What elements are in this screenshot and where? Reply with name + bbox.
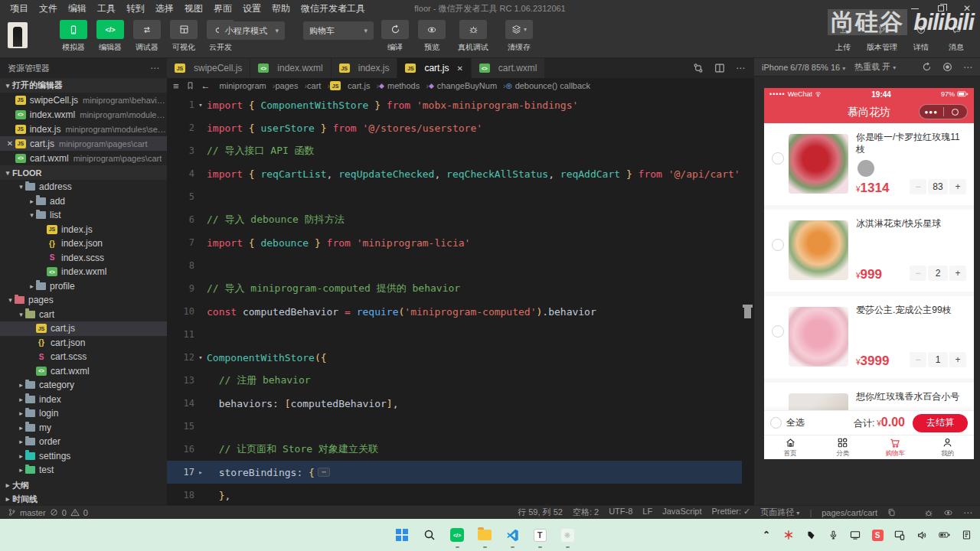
page-select[interactable]: 购物车 ▾ xyxy=(303,21,374,40)
taskbar-app[interactable]: ❋ xyxy=(557,523,577,546)
fold-icon[interactable]: ▾ xyxy=(194,354,207,361)
status-空格: 2[interactable]: 空格: 2 xyxy=(573,507,599,518)
open-editor-index.js[interactable]: ✕JSindex.jsminiprogram\modules\sett... xyxy=(0,122,167,136)
open-editor-cart.wxml[interactable]: ✕<>cart.wxmlminiprogram\pages\cart xyxy=(0,151,167,165)
menu-item-微信开发者工具[interactable]: 微信开发者工具 xyxy=(296,0,371,17)
tray-shape[interactable] xyxy=(803,527,818,543)
page-path-value[interactable]: pages/cart/cart xyxy=(822,508,877,517)
status-JavaScript[interactable]: JavaScript xyxy=(662,507,701,518)
toolbar-button-预览[interactable]: 预览 xyxy=(416,20,447,53)
taskbar-search[interactable] xyxy=(420,523,439,546)
refresh-icon[interactable] xyxy=(922,62,932,72)
tree-item-add[interactable]: ▸add xyxy=(0,194,167,209)
breadcrumb-changeBuyNum[interactable]: ◆changeBuyNum› xyxy=(429,81,506,90)
open-editor-cart.js[interactable]: ✕JScart.jsminiprogram\pages\cart xyxy=(0,136,167,151)
tree-item-list[interactable]: ▾list xyxy=(0,208,167,223)
tree-item-index[interactable]: ▸index xyxy=(0,393,167,407)
record-icon[interactable] xyxy=(942,62,952,72)
toolbar-button-模拟器[interactable]: 模拟器 xyxy=(58,20,89,53)
tree-item-cart.wxml[interactable]: <>cart.wxml xyxy=(0,364,167,379)
maximize-button[interactable] xyxy=(928,0,954,17)
tab-cart.js[interactable]: JScart.js✕ xyxy=(397,58,471,78)
git-compare-icon[interactable] xyxy=(693,63,704,73)
project-section[interactable]: ▾ FLOOR xyxy=(0,165,167,180)
menu-item-工具[interactable]: 工具 xyxy=(92,0,121,17)
item-checkbox[interactable] xyxy=(772,239,784,251)
breadcrumb-cart[interactable]: cart› xyxy=(307,81,330,90)
menu-item-文件[interactable]: 文件 xyxy=(34,0,63,17)
menu-item-设置[interactable]: 设置 xyxy=(237,0,266,17)
decrease-button[interactable]: − xyxy=(910,179,926,194)
tree-item-index.js[interactable]: JSindex.js xyxy=(0,223,167,237)
folded-region-badge[interactable]: ⋯ xyxy=(318,468,330,477)
toolbar-button-调试器[interactable]: 调试器 xyxy=(132,20,162,53)
mode-select[interactable]: 小程序模式 ▾ xyxy=(219,21,285,40)
taskbar-start[interactable] xyxy=(392,523,412,546)
hot-reload-toggle[interactable]: 热重载 开▾ xyxy=(854,61,896,73)
tree-item-my[interactable]: ▸my xyxy=(0,421,167,435)
toolbar-button-编辑器[interactable]: </>编辑器 xyxy=(95,20,126,53)
more-icon[interactable]: ⋯ xyxy=(963,507,972,518)
tree-item-cart[interactable]: ▾cart xyxy=(0,308,167,322)
more-icon[interactable]: ●●● xyxy=(920,109,943,116)
tree-item-order[interactable]: ▸order xyxy=(0,435,167,449)
status-UTF-8[interactable]: UTF-8 xyxy=(609,507,632,518)
close-button[interactable]: ✕ xyxy=(954,0,980,17)
phone-tab-分类[interactable]: 分类 xyxy=(817,435,870,459)
breadcrumb-debounce() callback[interactable]: ◎debounce() callback xyxy=(506,81,590,90)
tab-index.wxml[interactable]: <>index.wxml xyxy=(250,58,331,78)
tree-item-pages[interactable]: ▾pages xyxy=(0,293,167,308)
menu-item-视图[interactable]: 视图 xyxy=(179,0,208,17)
tree-item-settings[interactable]: ▸settings xyxy=(0,449,167,464)
tree-item-profile[interactable]: ▸profile xyxy=(0,279,167,294)
phone-tab-首页[interactable]: 首页 xyxy=(764,435,817,459)
tray-cast[interactable] xyxy=(848,527,863,543)
item-checkbox[interactable] xyxy=(772,152,784,165)
tree-item-category[interactable]: ▸category xyxy=(0,378,167,393)
tree-item-cart.scss[interactable]: Scart.scss xyxy=(0,350,167,364)
open-editor-swipeCell.js[interactable]: ✕JSswipeCell.jsminiprogram\behaviors xyxy=(0,93,167,107)
tray-battery[interactable] xyxy=(936,527,952,543)
taskbar-file-explorer[interactable] xyxy=(475,523,495,546)
toolbar-button-可视化[interactable]: 可视化 xyxy=(168,20,199,53)
tray-asterisk[interactable] xyxy=(781,527,796,543)
tab-swipeCell.js[interactable]: JSswipeCell.js xyxy=(167,58,250,78)
menu-icon[interactable]: ≡ xyxy=(173,80,179,92)
decrease-button[interactable]: − xyxy=(910,352,926,367)
tree-item-login[interactable]: ▸login xyxy=(0,406,167,421)
open-editor-index.wxml[interactable]: ✕<>index.wxmlminiprogram\modules... xyxy=(0,107,167,122)
tray-notebook[interactable] xyxy=(959,527,974,543)
item-checkbox[interactable] xyxy=(772,325,784,337)
toolbar-button-消息[interactable]: 消息 xyxy=(945,20,968,53)
increase-button[interactable]: + xyxy=(949,352,966,367)
phone-tab-购物车[interactable]: 购物车 xyxy=(869,435,922,459)
toolbar-button-版本管理[interactable]: 版本管理 xyxy=(867,20,897,53)
tray-sogou[interactable]: S xyxy=(870,527,885,543)
avatar[interactable] xyxy=(8,22,28,48)
close-icon[interactable]: ✕ xyxy=(5,139,15,148)
section-时间线[interactable]: ▸时间线 xyxy=(0,492,167,506)
git-status[interactable]: master 0 0 xyxy=(8,508,88,517)
taskbar-wechat-devtools[interactable]: </> xyxy=(447,523,467,546)
more-icon[interactable]: ⋯ xyxy=(963,62,972,73)
tree-item-address[interactable]: ▾address xyxy=(0,180,167,194)
menu-item-选择[interactable]: 选择 xyxy=(150,0,179,17)
tree-item-index.json[interactable]: {}index.json xyxy=(0,236,167,251)
minimize-button[interactable] xyxy=(902,0,928,17)
toolbar-button-详情[interactable]: 详情 xyxy=(910,20,933,53)
tray-chevron-up[interactable]: ⌃ xyxy=(759,527,774,543)
close-icon[interactable]: ✕ xyxy=(456,64,462,73)
toolbar-button-真机调试[interactable]: 真机调试 xyxy=(453,20,493,53)
tree-item-index.scss[interactable]: Sindex.scss xyxy=(0,251,167,266)
decrease-button[interactable]: − xyxy=(910,266,926,281)
bug-icon[interactable] xyxy=(924,508,933,517)
tab-cart.wxml[interactable]: <>cart.wxml xyxy=(472,58,546,78)
status-行 59, 列 52[interactable]: 行 59, 列 52 xyxy=(518,507,563,518)
tray-mic[interactable] xyxy=(825,527,841,543)
menu-item-界面[interactable]: 界面 xyxy=(208,0,237,17)
eye-icon[interactable] xyxy=(943,508,953,517)
copy-icon[interactable] xyxy=(887,508,896,517)
tray-volume[interactable] xyxy=(914,527,929,543)
section-大纲[interactable]: ▸大纲 xyxy=(0,478,167,492)
checkout-button[interactable]: 去结算 xyxy=(913,414,968,432)
